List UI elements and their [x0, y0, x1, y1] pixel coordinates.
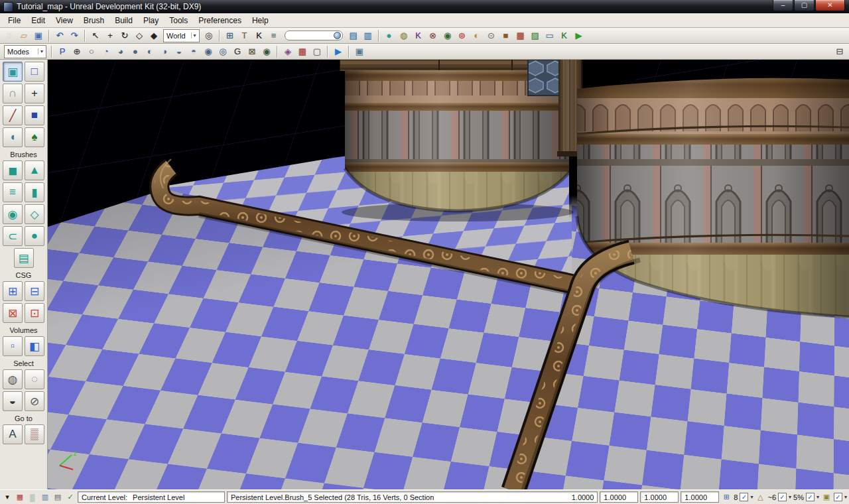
brush-cylinder[interactable]: ▮	[25, 182, 44, 202]
mode-camera[interactable]: ▣	[3, 62, 23, 82]
project-browser-button[interactable]: ⊞	[223, 29, 237, 42]
camera-speed-slider[interactable]	[285, 31, 343, 40]
scale-grid-dropdown-arrow[interactable]: ▾	[816, 494, 819, 500]
csg-intersect[interactable]: ⊠	[3, 303, 23, 323]
build-paths-button[interactable]: ⊙	[484, 29, 499, 42]
kismet-debugger-button[interactable]: K	[411, 29, 426, 42]
build-geometry-button[interactable]: ⊚	[455, 29, 470, 42]
show-flags-dropdown-button[interactable]: ◉	[259, 45, 274, 58]
content-browser-button[interactable]: ▤	[346, 29, 361, 42]
camera-speed-slider-knob[interactable]	[334, 32, 341, 39]
viewmode-shader-complexity-button[interactable]: ◓	[186, 45, 201, 58]
brush-stairs[interactable]: ≡	[3, 182, 23, 202]
status-matinee-icon[interactable]: ▦	[15, 492, 25, 503]
volume-add[interactable]: ◧	[25, 336, 44, 356]
lock-viewport-button[interactable]: ⊠	[245, 45, 259, 58]
viewmode-unlit-button[interactable]: ◔	[99, 45, 113, 58]
scale-grid-checkbox[interactable]: ✓	[806, 493, 815, 501]
brush-sheet[interactable]: ◇	[25, 204, 44, 224]
actor-browser-button[interactable]: ▥	[361, 29, 375, 42]
autosave-dropdown-arrow[interactable]: ▾	[844, 494, 847, 500]
select-invert[interactable]: ◒	[3, 391, 23, 411]
csg-deintersect[interactable]: ⊡	[25, 303, 44, 323]
brush-spiral-stairs[interactable]: ◉	[3, 204, 23, 224]
autosave-checkbox[interactable]: ✓	[834, 493, 842, 501]
camera-widget-button[interactable]: ⊕	[70, 45, 84, 58]
lighting-quality-button[interactable]: ◍	[397, 29, 411, 42]
drag-grid-checkbox[interactable]: ✓	[740, 493, 748, 501]
numeric-field-3[interactable]: 1.0000	[681, 491, 719, 503]
status-menu-arrow[interactable]: ▾	[2, 492, 13, 503]
mode-foliage[interactable]: ♠	[25, 127, 44, 147]
brush-polys-button[interactable]: ▦	[295, 45, 310, 58]
redo-button[interactable]: ↷	[67, 29, 82, 42]
menu-file[interactable]: File	[3, 15, 26, 27]
select-tool-button[interactable]: ↖	[88, 29, 103, 42]
status-check-icon[interactable]: ✓	[65, 492, 76, 503]
play-in-viewport-button[interactable]: ▶	[331, 45, 346, 58]
scale-tool-button[interactable]: ◇	[132, 29, 147, 42]
brush-sphere[interactable]: ●	[25, 226, 44, 246]
rotation-grid-dropdown-arrow[interactable]: ▾	[789, 494, 791, 500]
modes-dropdown[interactable]: Modes▾	[4, 45, 46, 58]
terrain-editor-button[interactable]: T	[237, 29, 252, 42]
show-flags-button[interactable]: ◉	[440, 29, 455, 42]
new-map-button[interactable]: ▯	[2, 29, 17, 42]
status-levels-icon[interactable]: ▤	[52, 492, 63, 503]
select-none[interactable]: ⊘	[25, 391, 44, 411]
rotate-tool-button[interactable]: ↻	[117, 29, 132, 42]
close-button[interactable]: ✕	[815, 0, 845, 11]
menu-play[interactable]: Play	[138, 15, 164, 27]
brush-cone[interactable]: ▲	[25, 160, 44, 180]
translate-tool-button[interactable]: +	[103, 29, 117, 42]
rotation-grid-checkbox[interactable]: ✓	[778, 493, 787, 501]
brush-curved-stairs[interactable]: ⊂	[3, 226, 23, 246]
viewmode-lightmap-density-button[interactable]: ◉	[201, 45, 216, 58]
status-layers-icon[interactable]: ▥	[40, 492, 50, 503]
numeric-field-2[interactable]: 1.0000	[640, 491, 679, 503]
build-cover-button[interactable]: ■	[499, 29, 513, 42]
build-all-button[interactable]: ▦	[513, 29, 528, 42]
game-view-button[interactable]: G	[230, 45, 245, 58]
scale-nonuniform-tool-button[interactable]: ◆	[147, 29, 161, 42]
cut-tool-button[interactable]: ⊗	[426, 29, 440, 42]
play-on-pc-button[interactable]: ▭	[543, 29, 557, 42]
minimize-button[interactable]: –	[773, 0, 793, 11]
viewmode-lit-button[interactable]: ◕	[113, 45, 128, 58]
viewmode-detail-button[interactable]: ●	[128, 45, 143, 58]
material-editor-button[interactable]: ●	[382, 29, 397, 42]
menu-view[interactable]: View	[50, 15, 78, 27]
unlit-movement-button[interactable]: ▢	[310, 45, 324, 58]
drag-grid-dropdown-arrow[interactable]: ▾	[750, 494, 753, 500]
unrealscript-editor-button[interactable]: ≡	[267, 29, 281, 42]
viewmode-wireframe-button[interactable]: ○	[84, 45, 99, 58]
goto-actor[interactable]: A	[3, 424, 23, 444]
csg-add[interactable]: ⊞	[3, 281, 23, 301]
kismet-realtime-button[interactable]: K	[557, 29, 572, 42]
select-inside[interactable]: ◍	[3, 369, 23, 389]
volume-add-special[interactable]: ▫	[3, 336, 23, 356]
numeric-field-1[interactable]: 1.0000	[600, 491, 638, 503]
coordinate-system-dropdown[interactable]: World▾	[163, 29, 200, 42]
brush-volumetric[interactable]: ▤	[14, 248, 34, 268]
search-actors-button[interactable]: ◎	[202, 29, 216, 42]
menu-preferences[interactable]: Preferences	[193, 15, 247, 27]
play-in-editor-button[interactable]: ▶	[572, 29, 586, 42]
kismet-button[interactable]: K	[252, 29, 267, 42]
undo-button[interactable]: ↶	[52, 29, 67, 42]
viewmode-texture-density-button[interactable]: ◒	[172, 45, 186, 58]
select-touching[interactable]: ◌	[25, 369, 44, 389]
menu-edit[interactable]: Edit	[26, 15, 50, 27]
build-lighting-button[interactable]: ◐	[470, 29, 484, 42]
dock-toolbar-button[interactable]: ⊟	[832, 45, 847, 58]
mode-mesh-paint[interactable]: ◖	[3, 127, 23, 147]
menu-build[interactable]: Build	[109, 15, 138, 27]
mode-texture-paint[interactable]: ╱	[3, 105, 23, 125]
mode-static-mesh[interactable]: ■	[25, 105, 44, 125]
viewport-layout-button[interactable]: ▣	[352, 45, 367, 58]
viewmode-lighting-only-button[interactable]: ◐	[143, 45, 157, 58]
csg-subtract[interactable]: ⊟	[25, 281, 44, 301]
viewmode-reflections-button[interactable]: ◎	[216, 45, 230, 58]
status-terrain-icon[interactable]: ▒	[27, 492, 38, 503]
maximize-button[interactable]: ▢	[794, 0, 815, 11]
